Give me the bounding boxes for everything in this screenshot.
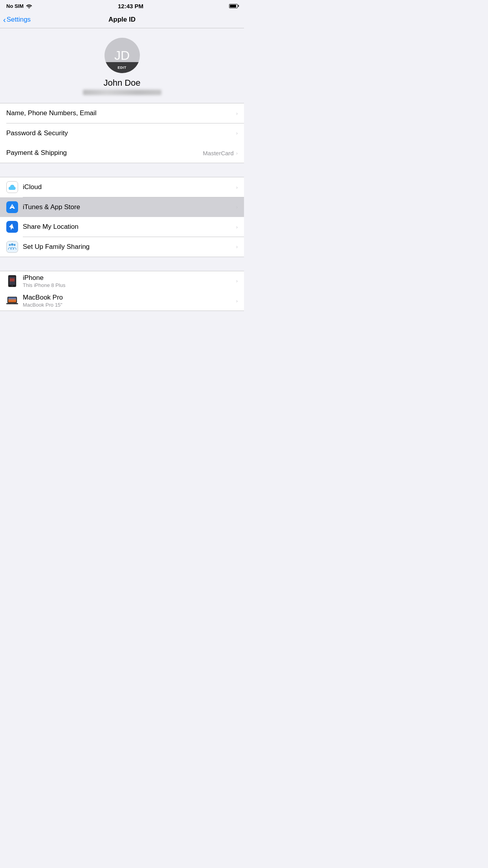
name-phone-email-label: Name, Phone Numbers, Email (6, 109, 235, 117)
macbook-label: MacBook Pro (23, 294, 235, 302)
share-location-row[interactable]: Share My Location › (0, 217, 244, 237)
password-security-label: Password & Security (6, 129, 235, 137)
iphone-subtitle: This iPhone 8 Plus (23, 282, 235, 288)
location-icon (6, 221, 18, 233)
family-svg (8, 243, 17, 250)
itunes-appstore-row[interactable]: iTunes & App Store › (0, 197, 244, 217)
chevron-icon: › (236, 150, 238, 156)
chevron-icon: › (236, 130, 238, 136)
wifi-icon (26, 4, 32, 8)
svg-point-0 (9, 244, 11, 246)
iphone-device-icon (6, 275, 18, 287)
devices-section: iPhone This iPhone 8 Plus › (0, 271, 244, 311)
battery-icon (229, 4, 238, 8)
profile-email-blurred (83, 90, 161, 95)
account-section: Name, Phone Numbers, Email › Password & … (0, 103, 244, 163)
chevron-icon: › (236, 244, 238, 250)
chevron-icon: › (236, 184, 238, 190)
svg-rect-10 (8, 298, 16, 302)
chevron-icon: › (236, 298, 238, 304)
icloud-row[interactable]: iCloud › (0, 177, 244, 197)
family-icon (6, 241, 18, 253)
avatar-initials: JD (114, 48, 130, 63)
iphone-svg (7, 275, 17, 287)
itunes-appstore-label: iTunes & App Store (23, 203, 235, 211)
page-title: Apple ID (108, 16, 136, 24)
back-button-label: Settings (7, 16, 31, 24)
status-carrier: No SIM (6, 3, 32, 9)
payment-method-value: MasterCard (203, 150, 233, 156)
nav-bar: ‹ Settings Apple ID (0, 11, 244, 28)
avatar-edit-overlay: EDIT (105, 62, 140, 73)
section-divider-2 (0, 257, 244, 271)
macbook-subtitle: MacBook Pro 15" (23, 302, 235, 308)
chevron-icon: › (236, 224, 238, 230)
chevron-icon: › (236, 204, 238, 210)
svg-rect-6 (10, 278, 15, 281)
location-svg (9, 223, 16, 230)
appstore-svg (8, 203, 16, 211)
avatar: JD EDIT (105, 38, 140, 73)
profile-section: JD EDIT John Doe (0, 28, 244, 103)
icloud-svg (8, 183, 17, 191)
macbook-svg (6, 296, 18, 305)
chevron-icon: › (236, 278, 238, 284)
back-chevron-icon: ‹ (3, 16, 6, 24)
appstore-icon (6, 201, 18, 213)
macbook-row[interactable]: MacBook Pro MacBook Pro 15" › (0, 291, 244, 311)
payment-shipping-row[interactable]: Payment & Shipping MasterCard › (0, 143, 244, 163)
icloud-icon (6, 181, 18, 193)
svg-point-2 (14, 244, 16, 246)
status-battery (229, 4, 238, 8)
profile-name: John Doe (103, 78, 140, 88)
name-phone-email-row[interactable]: Name, Phone Numbers, Email › (0, 103, 244, 123)
apps-section: iCloud › iTunes & App Store › Share My L… (0, 177, 244, 257)
svg-point-7 (12, 285, 13, 286)
status-bar: No SIM 12:43 PM (0, 0, 244, 11)
section-divider (0, 163, 244, 177)
family-sharing-row[interactable]: Set Up Family Sharing › (0, 237, 244, 257)
back-button[interactable]: ‹ Settings (3, 16, 31, 24)
macbook-device-icon (6, 295, 18, 307)
iphone-label: iPhone (23, 274, 235, 282)
svg-point-1 (11, 243, 13, 246)
icloud-label: iCloud (23, 183, 235, 191)
avatar-edit-label: EDIT (117, 66, 127, 70)
family-sharing-label: Set Up Family Sharing (23, 243, 235, 251)
iphone-row[interactable]: iPhone This iPhone 8 Plus › (0, 271, 244, 291)
avatar-container[interactable]: JD EDIT (105, 38, 140, 73)
chevron-icon: › (236, 110, 238, 116)
status-time: 12:43 PM (118, 3, 143, 9)
share-location-label: Share My Location (23, 223, 235, 231)
svg-rect-12 (11, 303, 14, 304)
payment-shipping-label: Payment & Shipping (6, 149, 203, 157)
password-security-row[interactable]: Password & Security › (0, 123, 244, 143)
